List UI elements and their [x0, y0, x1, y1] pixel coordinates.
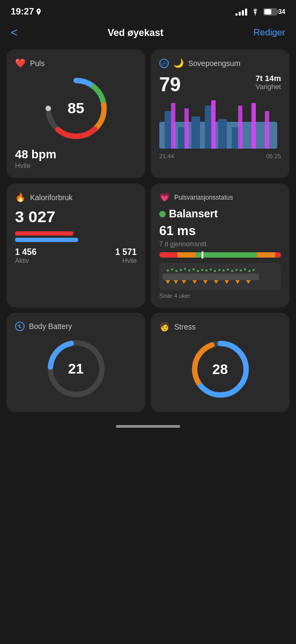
hrv-status-dot [159, 211, 166, 217]
sleep-chart: 21:44 05:25 [159, 100, 281, 159]
main-grid: ❤️ Puls 85 48 bpm Hvile [0, 46, 296, 419]
svg-point-41 [253, 269, 255, 271]
svg-point-28 [197, 270, 199, 272]
puls-header: ❤️ Puls [15, 58, 137, 68]
svg-marker-47 [203, 280, 208, 284]
gauge-container: 85 [15, 74, 137, 143]
sleep-chart-svg [159, 100, 277, 149]
stress-card[interactable]: 🧑 Stress 28 [151, 313, 290, 412]
body-battery-donut: 21 [15, 336, 137, 401]
hrv-mini-chart [159, 263, 281, 290]
sleep-icon: 💤 [159, 58, 169, 68]
sleep-duration-label: Varighet [255, 83, 281, 91]
svg-point-24 [180, 269, 182, 271]
body-battery-icon [15, 321, 25, 331]
svg-rect-16 [184, 108, 189, 149]
hrv-title: Pulsvariasjonsstatus [174, 194, 233, 201]
home-indicator [116, 425, 180, 428]
signal-icon [235, 9, 247, 16]
hvile-num: 1 571 [115, 247, 137, 257]
sleep-icon-emoji: 🌙 [173, 58, 184, 68]
sleep-start-time: 21:44 [159, 153, 174, 159]
svg-point-32 [214, 270, 216, 272]
svg-rect-18 [238, 106, 242, 149]
aktiv-label: Aktiv [15, 257, 36, 265]
rest-label: 1 571 Hvile [115, 247, 137, 265]
kalori-total: 3 027 [15, 208, 137, 226]
edit-button[interactable]: Rediger [253, 27, 285, 38]
svg-rect-11 [191, 116, 200, 149]
svg-text:💤: 💤 [161, 60, 168, 67]
svg-marker-50 [235, 280, 240, 284]
svg-point-25 [184, 268, 186, 270]
svg-marker-48 [214, 280, 218, 284]
sleep-score: 79 [159, 74, 181, 96]
back-button[interactable]: < [11, 26, 18, 40]
svg-point-22 [171, 268, 173, 270]
svg-point-38 [240, 269, 242, 272]
svg-point-23 [175, 270, 177, 272]
time-text: 19:27 [11, 6, 34, 17]
puls-card[interactable]: ❤️ Puls 85 48 bpm Hvile [6, 49, 145, 178]
svg-point-26 [188, 269, 190, 272]
battery-text: 34 [278, 8, 285, 16]
svg-point-36 [231, 270, 233, 272]
sleep-header: 💤 🌙 Sovepoengsum [159, 58, 281, 68]
rest-bar [15, 238, 78, 242]
svg-marker-46 [193, 280, 197, 284]
svg-rect-20 [265, 111, 269, 149]
status-icons: 34 [235, 8, 285, 16]
svg-point-29 [201, 269, 203, 271]
flame-icon: 🔥 [15, 192, 26, 202]
hrv-value: 61 ms [159, 223, 281, 238]
svg-point-30 [205, 269, 208, 272]
svg-point-35 [227, 268, 229, 270]
svg-marker-45 [182, 280, 186, 284]
chart-time: 21:44 05:25 [159, 153, 281, 159]
sleep-card[interactable]: 💤 🌙 Sovepoengsum 79 7t 14m Varighet [151, 49, 290, 178]
location-icon [36, 9, 41, 16]
svg-rect-15 [171, 103, 175, 149]
status-bar: 19:27 34 [0, 0, 296, 21]
svg-rect-17 [211, 100, 216, 149]
bpm-value: 48 bpm [15, 148, 137, 162]
hrv-header: 💗 Pulsvariasjonsstatus [159, 192, 281, 202]
hrv-weeks-label: Siste 4 uker [159, 292, 281, 299]
hvile-label: Hvile [115, 257, 137, 265]
svg-marker-51 [246, 280, 250, 284]
status-time: 19:27 [11, 6, 41, 17]
svg-point-37 [235, 269, 238, 271]
hrv-avg-label: 7 d gjennomsnitt [159, 240, 281, 248]
sleep-duration-time: 7t 14m [255, 74, 281, 83]
stress-donut: 28 [159, 337, 281, 401]
stress-header: 🧑 Stress [159, 321, 281, 332]
kalori-header: 🔥 Kaloriforbruk [15, 192, 137, 202]
bottom-indicator [0, 419, 296, 432]
svg-marker-43 [166, 280, 170, 284]
calorie-bars [15, 231, 137, 242]
stress-title: Stress [174, 323, 196, 331]
svg-rect-13 [218, 119, 227, 149]
heart-icon: ❤️ [15, 58, 26, 68]
svg-rect-19 [251, 103, 256, 149]
hrv-card[interactable]: 💗 Pulsvariasjonsstatus Balansert 61 ms 7… [151, 184, 290, 308]
calorie-labels: 1 456 Aktiv 1 571 Hvile [15, 247, 137, 265]
kalori-card[interactable]: 🔥 Kaloriforbruk 3 027 1 456 Aktiv 1 571 … [6, 184, 145, 308]
body-battery-value: 21 [68, 361, 84, 377]
active-bar [15, 231, 73, 236]
battery-icon: 34 [263, 8, 285, 16]
svg-marker-49 [225, 280, 229, 284]
svg-point-27 [193, 268, 195, 270]
svg-point-33 [218, 269, 220, 271]
svg-rect-42 [162, 274, 259, 280]
sleep-title: Sovepoengsum [188, 59, 240, 68]
body-battery-card[interactable]: Body Battery 21 [6, 313, 145, 412]
stress-icon: 🧑 [159, 321, 170, 332]
bpm-label: Hvile [15, 162, 137, 170]
page-title: Ved øyekast [108, 27, 164, 39]
hrv-range-bar [159, 252, 281, 258]
hrv-status-row: Balansert [159, 208, 281, 220]
nav-bar: < Ved øyekast Rediger [0, 21, 296, 46]
svg-point-39 [244, 268, 246, 270]
puls-title: Puls [30, 59, 45, 68]
